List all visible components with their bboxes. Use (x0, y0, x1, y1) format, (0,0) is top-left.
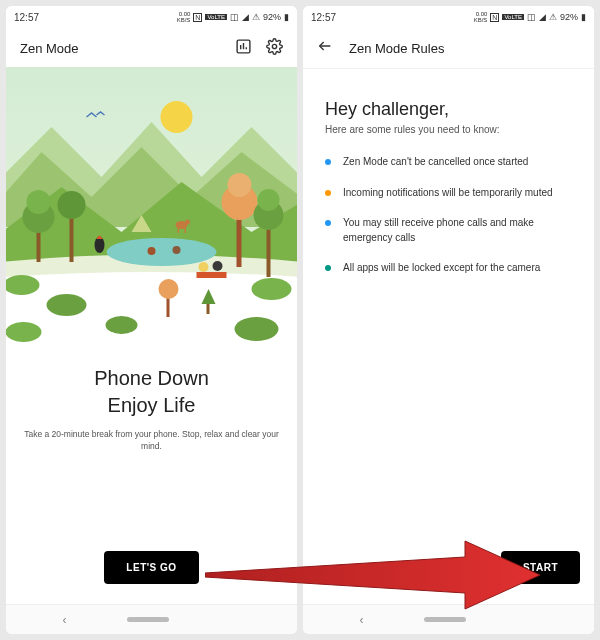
svg-point-10 (173, 246, 181, 254)
svg-point-37 (159, 279, 179, 299)
svg-rect-23 (178, 225, 180, 233)
svg-point-29 (213, 261, 223, 271)
rules-subheading: Here are some rules you need to know: (325, 124, 572, 135)
rule-text: You may still receive phone calls and ma… (343, 216, 572, 245)
start-button[interactable]: START (501, 551, 580, 584)
nfc-icon: N (490, 13, 499, 22)
bullet-icon (325, 190, 331, 196)
gear-icon[interactable] (266, 38, 283, 59)
rule-item: Incoming notifications will be temporari… (325, 186, 572, 201)
battery-pct: 92% (263, 13, 281, 22)
back-arrow-icon[interactable] (317, 38, 333, 58)
svg-point-33 (106, 316, 138, 334)
wifi-off-icon: ⚠ (549, 13, 557, 22)
headline: Phone DownEnjoy Life (20, 365, 283, 419)
svg-rect-19 (267, 222, 271, 277)
svg-point-28 (199, 262, 209, 272)
volte-icon: VoLTE (502, 14, 524, 20)
rule-item: You may still receive phone calls and ma… (325, 216, 572, 245)
status-time: 12:57 (311, 12, 336, 23)
svg-point-9 (148, 247, 156, 255)
status-time: 12:57 (14, 12, 39, 23)
rule-text: Zen Mode can't be cancelled once started (343, 155, 528, 170)
phone-left: 12:57 0.00KB/S N VoLTE ◫ ◢ ⚠ 92% ▮ Zen M… (6, 6, 297, 634)
nav-home-pill[interactable] (424, 617, 466, 622)
rule-item: All apps will be locked except for the c… (325, 261, 572, 276)
svg-point-15 (58, 191, 86, 219)
battery-icon: ▮ (581, 13, 586, 22)
bullet-icon (325, 265, 331, 271)
phone-right: 12:57 0.00KB/S N VoLTE ◫ ◢ ⚠ 92% ▮ Zen M… (303, 6, 594, 634)
svg-point-26 (95, 237, 105, 253)
signal-icon: ◢ (242, 13, 249, 22)
status-bar: 12:57 0.00KB/S N VoLTE ◫ ◢ ⚠ 92% ▮ (6, 6, 297, 28)
status-icons: 0.00KB/S N VoLTE ◫ ◢ ⚠ 92% ▮ (474, 11, 586, 23)
system-navbar: ‹ (303, 604, 594, 634)
svg-point-25 (185, 220, 190, 225)
rule-text: Incoming notifications will be temporari… (343, 186, 553, 201)
svg-point-34 (252, 278, 292, 300)
rule-item: Zen Mode can't be cancelled once started (325, 155, 572, 170)
bullet-icon (325, 220, 331, 226)
svg-point-8 (107, 238, 217, 266)
rule-text: All apps will be locked except for the c… (343, 261, 540, 276)
svg-point-35 (235, 317, 279, 341)
stats-icon[interactable] (235, 38, 252, 59)
svg-point-32 (6, 322, 42, 342)
rule-list: Zen Mode can't be cancelled once started… (325, 155, 572, 276)
vibrate-icon: ◫ (527, 13, 536, 22)
svg-rect-27 (197, 272, 227, 278)
rules-header: Zen Mode Rules (303, 28, 594, 69)
wifi-off-icon: ⚠ (252, 13, 260, 22)
rules-heading: Hey challenger, (325, 99, 572, 120)
lets-go-button[interactable]: LET'S GO (104, 551, 198, 584)
svg-rect-24 (185, 225, 187, 233)
svg-point-13 (27, 190, 51, 214)
app-header: Zen Mode (6, 28, 297, 67)
nav-back-icon[interactable]: ‹ (360, 613, 364, 627)
main-text-block: Phone DownEnjoy Life Take a 20-minute br… (6, 347, 297, 461)
vibrate-icon: ◫ (230, 13, 239, 22)
battery-pct: 92% (560, 13, 578, 22)
nfc-icon: N (193, 13, 202, 22)
svg-rect-14 (70, 212, 74, 262)
screenshot-pair: 12:57 0.00KB/S N VoLTE ◫ ◢ ⚠ 92% ▮ Zen M… (0, 0, 600, 640)
screen-title: Zen Mode Rules (349, 41, 444, 56)
system-navbar: ‹ (6, 604, 297, 634)
svg-point-18 (228, 173, 252, 197)
status-bar: 12:57 0.00KB/S N VoLTE ◫ ◢ ⚠ 92% ▮ (303, 6, 594, 28)
signal-icon: ◢ (539, 13, 546, 22)
status-icons: 0.00KB/S N VoLTE ◫ ◢ ⚠ 92% ▮ (177, 11, 289, 23)
rules-body: Hey challenger, Here are some rules you … (303, 69, 594, 302)
app-title: Zen Mode (20, 41, 79, 56)
nav-back-icon[interactable]: ‹ (63, 613, 67, 627)
svg-point-6 (161, 101, 193, 133)
svg-point-4 (272, 44, 276, 48)
volte-icon: VoLTE (205, 14, 227, 20)
nav-home-pill[interactable] (127, 617, 169, 622)
subtitle: Take a 20-minute break from your phone. … (20, 429, 283, 453)
battery-icon: ▮ (284, 13, 289, 22)
svg-point-31 (47, 294, 87, 316)
svg-point-21 (258, 189, 280, 211)
landscape-illustration (6, 67, 297, 347)
bullet-icon (325, 159, 331, 165)
